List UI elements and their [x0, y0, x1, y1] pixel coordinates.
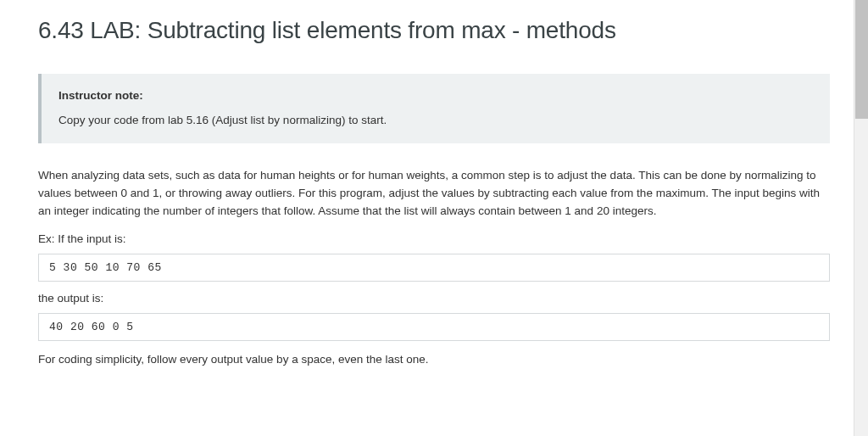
vertical-scrollbar-track[interactable] — [854, 0, 868, 436]
instructor-note-label: Instructor note: — [58, 89, 813, 102]
example-input-code: 5 30 50 10 70 65 — [38, 254, 830, 282]
example-output-code: 40 20 60 0 5 — [38, 313, 830, 341]
footer-paragraph: For coding simplicity, follow every outp… — [38, 351, 830, 369]
instructor-note-text: Copy your code from lab 5.16 (Adjust lis… — [58, 114, 813, 126]
vertical-scrollbar-thumb[interactable] — [855, 0, 868, 119]
example-input-label: Ex: If the input is: — [38, 232, 830, 245]
example-output-label: the output is: — [38, 292, 830, 305]
instructor-note-box: Instructor note: Copy your code from lab… — [38, 74, 830, 143]
page-title: 6.43 LAB: Subtracting list elements from… — [38, 17, 830, 44]
intro-paragraph: When analyzing data sets, such as data f… — [38, 167, 830, 221]
